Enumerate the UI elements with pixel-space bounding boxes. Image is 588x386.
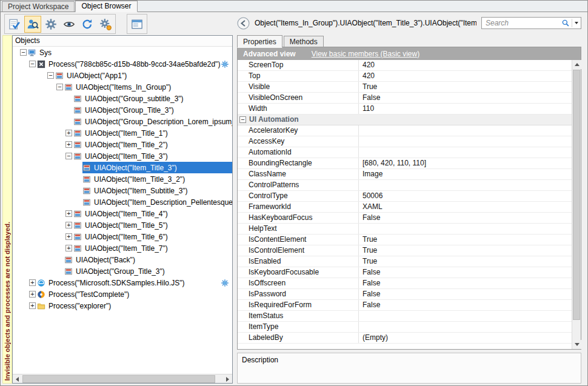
expand-icon[interactable]: + bbox=[65, 233, 72, 240]
tree-item[interactable]: UIAObject("Item_Description_Pellentesque… bbox=[13, 196, 232, 208]
property-row[interactable]: IsEnabledTrue bbox=[238, 256, 572, 267]
expand-icon[interactable]: + bbox=[65, 130, 72, 136]
eye-button[interactable] bbox=[61, 16, 78, 33]
property-row[interactable]: ItemType bbox=[238, 322, 572, 333]
property-value: (Empty) bbox=[359, 333, 572, 343]
property-row[interactable]: IsPasswordFalse bbox=[238, 289, 572, 300]
tab-methods[interactable]: Methods bbox=[284, 36, 324, 47]
scroll-left-button[interactable] bbox=[13, 374, 22, 384]
tree-item[interactable]: UIAObject("Item_Subtitle_3") bbox=[13, 185, 232, 196]
refresh-button[interactable] bbox=[79, 16, 96, 33]
tree-item[interactable]: UIAObject("Group_Title_3") bbox=[13, 265, 232, 277]
collapse-icon[interactable]: − bbox=[29, 61, 36, 67]
tree-item[interactable]: −UIAObject("Item_Title_3") bbox=[13, 150, 232, 162]
property-name: VisibleOnScreen bbox=[238, 93, 359, 103]
vertical-scroll-thumb[interactable] bbox=[573, 70, 580, 320]
tree-item[interactable]: +Process("TestComplete") bbox=[13, 288, 232, 300]
tree-item[interactable]: +UIAObject("Item_Title_2") bbox=[13, 139, 232, 150]
property-row[interactable]: ControlPatterns bbox=[238, 180, 572, 191]
property-row[interactable]: ScreenTop420 bbox=[238, 60, 572, 71]
tree-item[interactable]: −UIAObject("Items_In_Group") bbox=[13, 81, 232, 93]
grid-vertical-scrollbar[interactable] bbox=[572, 60, 581, 349]
expander-spacer bbox=[75, 164, 81, 171]
property-search-box[interactable] bbox=[481, 17, 581, 29]
basic-view-link[interactable]: View basic members (Basic view) bbox=[312, 50, 420, 58]
tree-item[interactable]: +UIAObject("Item_Title_5") bbox=[13, 219, 232, 231]
window-button[interactable] bbox=[129, 16, 145, 33]
scroll-right-button[interactable] bbox=[223, 374, 232, 384]
tree-item[interactable]: UIAObject("Group_subtitle_3") bbox=[13, 93, 232, 104]
expand-icon[interactable]: + bbox=[65, 210, 72, 217]
tree-item[interactable]: UIAObject("Back") bbox=[13, 254, 232, 265]
tree-item[interactable]: +UIAObject("Item_Title_1") bbox=[13, 127, 232, 139]
find-object-button[interactable] bbox=[24, 16, 41, 33]
property-row[interactable]: IsRequiredForFormFalse bbox=[238, 300, 572, 311]
property-row[interactable]: BoundingRectangle[680, 420, 110, 110] bbox=[238, 158, 572, 169]
search-input[interactable] bbox=[486, 19, 561, 27]
property-row[interactable]: IsKeyboardFocusableFalse bbox=[238, 267, 572, 278]
tree-item[interactable]: +Process("Microsoft.SDKSamples.Hilo.JS") bbox=[13, 277, 232, 288]
property-value bbox=[359, 125, 572, 136]
tree-item[interactable]: −Sys bbox=[13, 47, 232, 58]
tree-item[interactable]: UIAObject("Group_Description_Lorem_ipsum… bbox=[13, 116, 232, 127]
gear-tools-button[interactable] bbox=[97, 16, 114, 33]
expand-icon[interactable]: + bbox=[65, 222, 72, 228]
expand-icon[interactable]: + bbox=[65, 245, 72, 251]
objects-tree: −Sys−Process("788cb85c-d15b-48bb-9ccd-34… bbox=[13, 47, 232, 374]
property-name: IsPassword bbox=[238, 289, 359, 299]
collapse-icon[interactable]: − bbox=[239, 116, 246, 123]
tree-item[interactable]: UIAObject("Group_Title_3") bbox=[13, 104, 232, 116]
collapse-icon[interactable]: − bbox=[65, 153, 72, 159]
search-dropdown-icon[interactable] bbox=[575, 22, 578, 24]
tree-item[interactable]: +UIAObject("Item_Title_4") bbox=[13, 208, 232, 219]
expand-icon[interactable]: + bbox=[29, 279, 36, 286]
horizontal-scroll-thumb[interactable] bbox=[22, 375, 215, 383]
tree-item[interactable]: −UIAObject("App1") bbox=[13, 70, 232, 81]
tree-item[interactable]: +UIAObject("Item_Title_6") bbox=[13, 231, 232, 242]
property-row[interactable]: AccessKey bbox=[238, 136, 572, 147]
property-name: BoundingRectangle bbox=[238, 158, 359, 168]
collapse-icon[interactable]: − bbox=[20, 49, 27, 56]
tree-item[interactable]: +UIAObject("Item_Title_7") bbox=[13, 242, 232, 254]
property-group-row[interactable]: −UI Automation bbox=[238, 115, 572, 125]
property-row[interactable]: IsOffscreenFalse bbox=[238, 278, 572, 289]
scroll-up-button[interactable] bbox=[572, 60, 581, 69]
property-row[interactable]: FrameworkIdXAML bbox=[238, 202, 572, 213]
expand-icon[interactable]: + bbox=[65, 141, 72, 148]
checklist-button[interactable] bbox=[6, 16, 23, 33]
expand-icon[interactable]: + bbox=[29, 302, 36, 309]
tree-horizontal-scrollbar[interactable] bbox=[13, 374, 232, 383]
invisible-objects-note-strip: Invisible objects and processes are not … bbox=[2, 35, 12, 384]
property-row[interactable]: IsContentElementTrue bbox=[238, 235, 572, 245]
property-row[interactable]: VisibleTrue bbox=[238, 82, 572, 93]
property-row[interactable]: AcceleratorKey bbox=[238, 125, 572, 136]
property-row[interactable]: Top420 bbox=[238, 71, 572, 82]
tree-item[interactable]: −Process("788cb85c-d15b-48bb-9ccd-34ae5b… bbox=[13, 58, 232, 70]
window-tab-object-browser[interactable]: Object Browser bbox=[75, 1, 137, 12]
property-name: HasKeyboardFocus bbox=[238, 213, 359, 223]
property-row[interactable]: LabeledBy(Empty) bbox=[238, 333, 572, 344]
tree-item[interactable]: +Process("explorer") bbox=[13, 300, 232, 311]
scroll-down-button[interactable] bbox=[572, 340, 581, 349]
property-row[interactable]: IsControlElementTrue bbox=[238, 245, 572, 256]
search-icon[interactable] bbox=[561, 19, 570, 27]
gear-button[interactable] bbox=[42, 16, 59, 33]
property-row[interactable]: ControlType50006 bbox=[238, 191, 572, 202]
back-button[interactable] bbox=[237, 17, 250, 30]
tree-item[interactable]: UIAObject("Item_Title_3") bbox=[13, 162, 232, 173]
tab-properties[interactable]: Properties bbox=[237, 35, 282, 48]
property-row[interactable]: VisibleOnScreenFalse bbox=[238, 93, 572, 104]
property-row[interactable]: HasKeyboardFocusFalse bbox=[238, 213, 572, 224]
expand-icon[interactable]: + bbox=[29, 291, 36, 298]
property-row[interactable]: Width110 bbox=[238, 104, 572, 115]
collapse-icon[interactable]: − bbox=[47, 72, 54, 79]
property-name: IsRequiredForForm bbox=[238, 300, 359, 310]
property-row[interactable]: HelpText bbox=[238, 224, 572, 235]
collapse-icon[interactable]: − bbox=[56, 84, 63, 90]
property-row[interactable]: AutomationId bbox=[238, 147, 572, 158]
tree-item[interactable]: UIAObject("Item_Title_3_2") bbox=[13, 173, 232, 185]
property-row[interactable]: ClassNameImage bbox=[238, 169, 572, 180]
property-row[interactable]: ItemStatus bbox=[238, 311, 572, 322]
property-name: AutomationId bbox=[238, 147, 359, 158]
window-tab-project-workspace[interactable]: Project Workspace bbox=[2, 1, 75, 12]
